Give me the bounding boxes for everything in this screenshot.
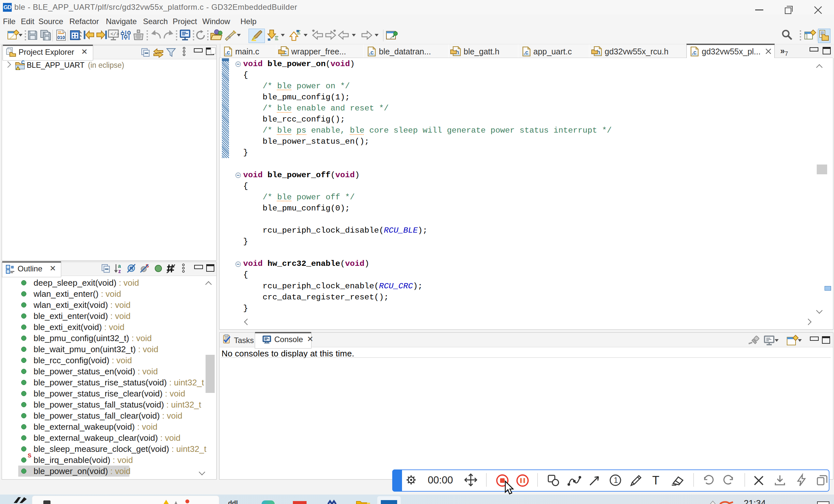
svg-text:</>: </> [110, 31, 119, 37]
svg-text:010: 010 [57, 35, 65, 40]
svg-text:C: C [21, 59, 25, 65]
svg-text:a: a [118, 263, 121, 269]
svg-text:1: 1 [614, 476, 618, 484]
svg-text:z: z [118, 268, 121, 274]
